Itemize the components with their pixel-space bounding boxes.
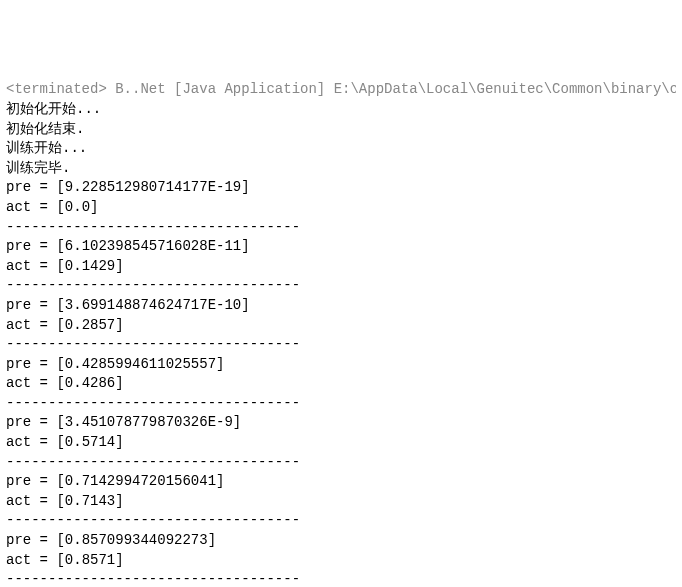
separator: ----------------------------------- [6, 570, 676, 587]
result-pre: pre = [0.857099344092273] [6, 531, 676, 551]
status-line: 初始化结束. [6, 120, 676, 140]
result-pre: pre = [9.228512980714177E-19] [6, 178, 676, 198]
status-line: 初始化开始... [6, 100, 676, 120]
result-act: act = [0.0] [6, 198, 676, 218]
header-line: <terminated> B..Net [Java Application] E… [6, 80, 676, 100]
status-line: 训练完毕. [6, 159, 676, 179]
separator: ----------------------------------- [6, 394, 676, 414]
result-pre: pre = [3.699148874624717E-10] [6, 296, 676, 316]
result-act: act = [0.2857] [6, 316, 676, 336]
result-act: act = [0.1429] [6, 257, 676, 277]
separator: ----------------------------------- [6, 511, 676, 531]
result-act: act = [0.7143] [6, 492, 676, 512]
separator: ----------------------------------- [6, 276, 676, 296]
console-output: <terminated> B..Net [Java Application] E… [6, 80, 676, 587]
separator: ----------------------------------- [6, 453, 676, 473]
result-pre: pre = [6.102398545716028E-11] [6, 237, 676, 257]
status-line: 训练开始... [6, 139, 676, 159]
result-pre: pre = [0.7142994720156041] [6, 472, 676, 492]
result-act: act = [0.5714] [6, 433, 676, 453]
result-pre: pre = [3.451078779870326E-9] [6, 413, 676, 433]
result-act: act = [0.8571] [6, 551, 676, 571]
result-pre: pre = [0.4285994611025557] [6, 355, 676, 375]
separator: ----------------------------------- [6, 218, 676, 238]
result-act: act = [0.4286] [6, 374, 676, 394]
separator: ----------------------------------- [6, 335, 676, 355]
